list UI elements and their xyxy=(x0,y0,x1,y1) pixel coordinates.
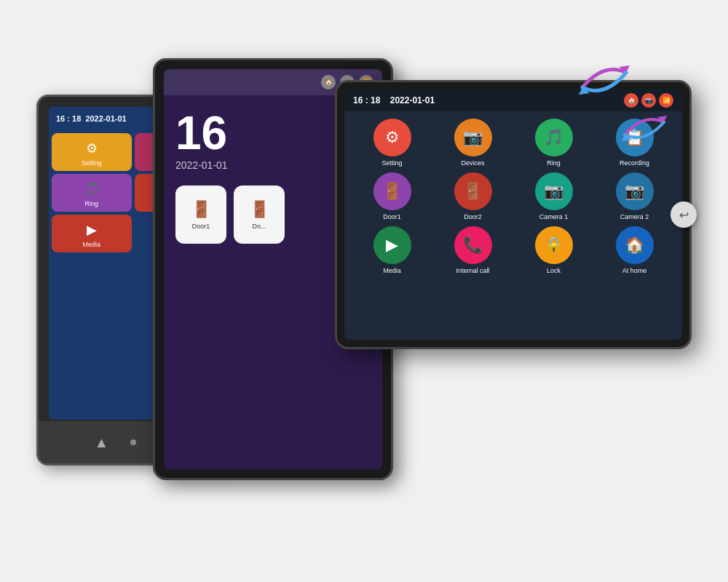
at-home-app-icon: 🏠 xyxy=(616,226,654,264)
left-tile-setting[interactable]: ⚙ Setting xyxy=(52,133,132,171)
internal-call-app-label: Internal call xyxy=(456,267,489,274)
right-camera-icon: 📷 xyxy=(641,93,656,108)
door2-app-label: Door2 xyxy=(464,213,482,220)
ring-app-icon: 🎵 xyxy=(535,119,573,156)
ring-icon: 🎵 xyxy=(84,181,100,197)
at-home-app-label: At home xyxy=(622,267,647,274)
left-ring-label: Ring xyxy=(84,200,98,207)
door2-app-icon: 🚪 xyxy=(454,172,492,210)
right-time: 16 : 18 xyxy=(353,95,380,105)
setting-app-label: Setting xyxy=(381,159,402,167)
left-media-label: Media xyxy=(82,241,100,248)
sync-arrow-top xyxy=(575,58,633,102)
right-side-button[interactable]: ↩ xyxy=(670,202,697,228)
scene: 16 : 18 2022-01-01 🏠 📷 📶 ⚙ Setting xyxy=(36,36,692,546)
door2-icon: 🚪 xyxy=(250,200,269,219)
app-door1[interactable]: 🚪 Door1 xyxy=(355,172,430,220)
nav-dot xyxy=(130,439,136,445)
door1-icon: 🚪 xyxy=(191,200,211,219)
lock-app-icon: 🔒 xyxy=(535,226,573,264)
door1-label: Door1 xyxy=(192,223,210,230)
recording-app-label: Recording xyxy=(620,159,649,167)
setting-app-icon: ⚙ xyxy=(373,119,411,156)
right-wifi-icon: 📶 xyxy=(659,93,673,108)
right-time-date: 16 : 18 2022-01-01 xyxy=(353,95,435,105)
internal-call-app-icon: 📞 xyxy=(454,226,492,264)
camera1-app-icon: 📷 xyxy=(535,172,573,210)
app-setting[interactable]: ⚙ Setting xyxy=(355,119,430,167)
devices-app-label: Devices xyxy=(461,159,484,167)
nav-arrow-icon[interactable]: ▲ xyxy=(95,434,109,451)
right-date: 2022-01-01 xyxy=(390,95,435,105)
door1-app-label: Door1 xyxy=(383,213,401,220)
app-devices[interactable]: 📷 Devices xyxy=(435,119,510,167)
left-time: 16 : 18 xyxy=(56,114,81,123)
left-setting-label: Setting xyxy=(82,159,102,167)
mid-home-icon: 🏠 xyxy=(321,75,336,89)
left-date: 2022-01-01 xyxy=(85,114,126,123)
app-camera2[interactable]: 📷 Camera 2 xyxy=(597,172,672,220)
door1-app-icon: 🚪 xyxy=(373,172,411,210)
media-app-label: Media xyxy=(383,267,401,274)
app-internal-call[interactable]: 📞 Internal call xyxy=(435,226,510,274)
camera2-app-icon: 📷 xyxy=(616,172,654,210)
mid-door1-btn[interactable]: 🚪 Door1 xyxy=(175,186,226,244)
left-tile-ring[interactable]: 🎵 Ring xyxy=(52,174,132,212)
app-media[interactable]: ▶ Media xyxy=(355,226,430,274)
app-door2[interactable]: 🚪 Door2 xyxy=(435,172,510,220)
camera2-app-label: Camera 2 xyxy=(620,213,649,220)
ring-app-label: Ring xyxy=(547,159,561,167)
door2-label: Do... xyxy=(252,223,266,230)
setting-icon: ⚙ xyxy=(86,140,98,156)
app-at-home[interactable]: 🏠 At home xyxy=(597,226,672,274)
lock-app-label: Lock xyxy=(547,267,561,274)
app-ring[interactable]: 🎵 Ring xyxy=(516,119,591,167)
app-camera1[interactable]: 📷 Camera 1 xyxy=(516,172,591,220)
camera1-app-label: Camera 1 xyxy=(539,213,569,220)
left-time-date: 16 : 18 2022-01-01 xyxy=(56,114,127,123)
media-app-icon: ▶ xyxy=(373,226,411,264)
sync-arrow-bottom xyxy=(619,109,670,146)
mid-door2-btn[interactable]: 🚪 Do... xyxy=(234,186,285,244)
devices-app-icon: 📷 xyxy=(454,119,492,156)
app-lock[interactable]: 🔒 Lock xyxy=(516,226,591,274)
left-tile-media[interactable]: ▶ Media xyxy=(52,215,132,252)
media-icon: ▶ xyxy=(87,222,97,238)
